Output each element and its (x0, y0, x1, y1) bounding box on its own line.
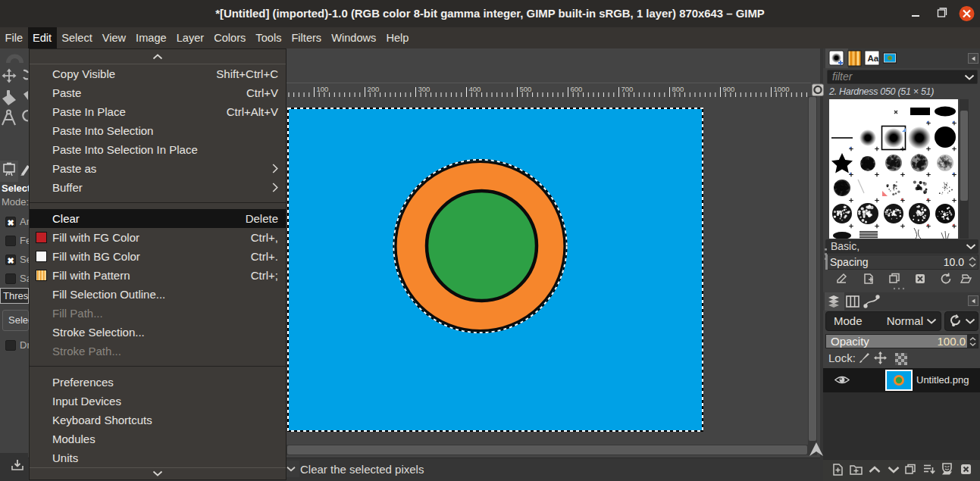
svg-text:300: 300 (418, 85, 431, 93)
svg-text:100: 100 (317, 85, 329, 93)
svg-text:200: 200 (368, 85, 380, 93)
svg-text:800: 800 (672, 85, 684, 93)
svg-text:500: 500 (520, 85, 532, 93)
svg-text:Aa: Aa (868, 54, 879, 63)
svg-text:700: 700 (622, 85, 634, 93)
svg-text:600: 600 (571, 85, 583, 93)
svg-text:400: 400 (469, 85, 481, 93)
svg-text:1000: 1000 (774, 85, 790, 93)
svg-text:900: 900 (723, 85, 735, 93)
